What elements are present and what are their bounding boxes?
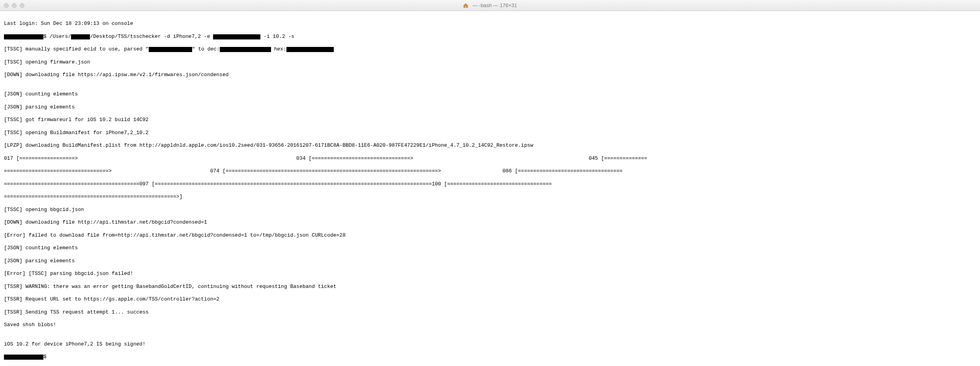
line-tssc-url: [TSSC] got firmwareurl for iOS 10.2 buil…: [4, 117, 976, 123]
line-tssc-fw: [TSSC] opening firmware.json: [4, 59, 976, 65]
line-down-fw: [DOWN] downloading file https://api.ipsw…: [4, 72, 976, 78]
redacted-ecid-arg: [213, 34, 260, 39]
redacted-parsed: [149, 47, 192, 52]
line-tssr-url: [TSSR] Request URL set to https://gs.app…: [4, 296, 976, 303]
terminal-output[interactable]: Last login: Sun Dec 18 23:09:13 on conso…: [0, 11, 980, 366]
line-tssr-send: [TSSR] Sending TSS request attempt 1... …: [4, 309, 976, 316]
home-icon: [463, 3, 468, 8]
line-json-parse: [JSON] parsing elements: [4, 104, 976, 110]
redacted-hex: [286, 47, 334, 52]
line-json-count: [JSON] counting elements: [4, 91, 976, 97]
line-prog1: 017 [==================> 034 [==========…: [4, 155, 976, 162]
line-command: $ /Users//Desktop/TSS/tsschecker -d iPho…: [4, 34, 976, 40]
line-prompt2: $: [4, 354, 976, 360]
line-err-dl: [Error] failed to download file from=htt…: [4, 232, 976, 239]
line-prog2: ==================================> 074 …: [4, 168, 976, 174]
window-titlebar: — -bash — 176×31: [0, 0, 980, 11]
minimize-icon[interactable]: [12, 3, 17, 8]
line-err-parse: [Error] [TSSC] parsing bbgcid.json faile…: [4, 271, 976, 277]
redacted-user: [71, 34, 90, 39]
line-saved: Saved shsh blobs!: [4, 322, 976, 328]
redacted-host2: [4, 355, 43, 360]
line-json-parse2: [JSON] parsing elements: [4, 258, 976, 264]
traffic-lights: [4, 3, 24, 8]
window-title: — -bash — 176×31: [463, 2, 517, 8]
line-down-bb: [DOWN] downloading file http://api.tihms…: [4, 219, 976, 226]
window-title-text: — -bash — 176×31: [472, 2, 517, 8]
zoom-icon[interactable]: [20, 3, 24, 8]
line-tssc-bb: [TSSC] opening bbgcid.json: [4, 207, 976, 213]
line-last-login: Last login: Sun Dec 18 23:09:13 on conso…: [4, 21, 976, 27]
redacted-dec: [220, 47, 271, 52]
line-signed: iOS 10.2 for device iPhone7,2 IS being s…: [4, 341, 976, 347]
line-lpzp: [LPZP] downloading BuildManifest.plist f…: [4, 142, 976, 149]
line-tssr-warn: [TSSR] WARNING: there was an error getti…: [4, 284, 976, 290]
redacted-hostname: [4, 34, 43, 39]
line-prog4: ========================================…: [4, 194, 976, 200]
line-tssc-ecid: [TSSC] manually specified ecid to use, p…: [4, 46, 976, 52]
line-prog3: ========================================…: [4, 181, 976, 187]
line-tssc-bm: [TSSC] opening Buildmanifest for iPhone7…: [4, 130, 976, 136]
close-icon[interactable]: [4, 3, 9, 8]
line-json-count2: [JSON] counting elements: [4, 245, 976, 251]
